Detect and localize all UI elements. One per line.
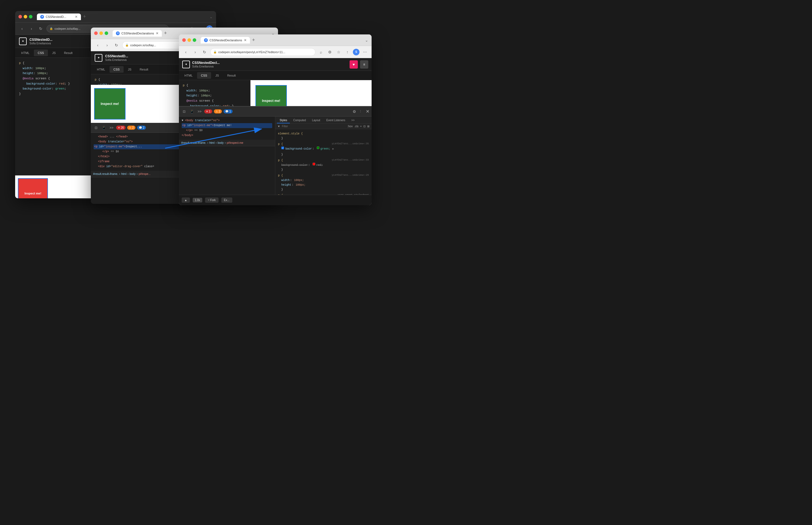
bc-item-2-2[interactable]: html	[121, 172, 126, 176]
more-btn-3[interactable]: ⊞	[367, 125, 370, 128]
forward-button-1[interactable]: ›	[28, 25, 35, 32]
more-panels-icon-2[interactable]: >>	[108, 125, 114, 131]
minimize-button-2[interactable]	[99, 31, 103, 35]
window-menu-3[interactable]: ⌄	[365, 38, 368, 42]
pseudo-class-3[interactable]: :hov	[347, 125, 353, 128]
new-tab-button-2[interactable]: +	[163, 30, 168, 36]
tab-close-2[interactable]: ✕	[156, 31, 158, 35]
inspect-icon-3[interactable]: ⊡	[181, 108, 187, 115]
info-badge-3[interactable]: 💬 1	[223, 109, 233, 114]
tab-3[interactable]: ✦ CSSNestedDeclarations ✕	[201, 37, 250, 44]
devtools-close-3[interactable]: ✕	[366, 109, 370, 114]
export-btn-3[interactable]: Ex...	[221, 197, 232, 203]
win3-css-code: p { width: 100px; height: 100px; @media …	[179, 80, 250, 106]
ht-line-selected[interactable]: <p id="inspect-me">Inspect...	[94, 144, 182, 149]
ht-line-selected[interactable]: <p id="inspect-me">Inspect me!	[182, 123, 272, 128]
tab-css-1[interactable]: CSS	[34, 49, 48, 56]
refresh-button-1[interactable]: ↻	[37, 25, 44, 32]
layout-btn-3[interactable]: ⊡	[363, 125, 365, 128]
info-badge-2[interactable]: 💬 2	[137, 125, 146, 130]
bc-item-1-3[interactable]: #result.result-iframe.	[181, 141, 206, 144]
win3-tab-html[interactable]: HTML	[181, 72, 197, 79]
heart-button-3[interactable]: ♥	[349, 60, 358, 69]
plus-btn-3[interactable]: +	[332, 147, 334, 152]
more-icon-3[interactable]: ⋯	[362, 49, 368, 55]
win3-preview-section: Inspect me!	[250, 80, 372, 106]
bc-item-2-3[interactable]: html	[209, 141, 215, 144]
computed-tab-3[interactable]: Computed	[291, 118, 309, 123]
bc-item-3-3[interactable]: body	[218, 141, 224, 144]
win3-tab-css[interactable]: CSS	[197, 72, 211, 79]
url-bar-3[interactable]: 🔒 codepen.io/sofiayem/pen/yLmYEmZ?editor…	[210, 48, 315, 56]
win3-preview-content: Inspect me!	[250, 80, 372, 106]
new-tab-button-3[interactable]: +	[251, 37, 256, 43]
maximize-button-3[interactable]	[193, 38, 196, 42]
close-button-2[interactable]	[94, 31, 98, 35]
win3-tab-js[interactable]: JS	[212, 72, 223, 79]
tab-1[interactable]: ✦ CSSNestedD... ✕	[37, 14, 81, 20]
tab-js-2[interactable]: JS	[124, 66, 136, 73]
menu-button-3[interactable]: ≡	[360, 60, 368, 69]
devtools-settings-3[interactable]: ⚙	[353, 109, 356, 114]
win3-tab-result[interactable]: Result	[223, 72, 239, 79]
codepen-title-1: CSSNestedD...	[29, 38, 52, 42]
forward-button-2[interactable]: ›	[104, 42, 111, 49]
maximize-button-1[interactable]	[29, 15, 32, 18]
more-panels-icon-3[interactable]: >>	[197, 108, 203, 115]
new-tab-button-1[interactable]: +	[82, 14, 87, 19]
warning-badge-2[interactable]: ⚠ 2	[127, 125, 136, 130]
error-badge-3[interactable]: ✕ 1	[204, 109, 212, 114]
add-style-3[interactable]: +	[360, 125, 362, 128]
minimize-button-3[interactable]	[187, 38, 191, 42]
tab-close-3[interactable]: ✕	[244, 38, 247, 42]
tab-html-2[interactable]: HTML	[93, 66, 109, 73]
device-icon-2[interactable]: 📱	[101, 125, 107, 131]
fork-btn-3[interactable]: ⑂ Fork	[205, 197, 219, 203]
back-button-3[interactable]: ‹	[182, 48, 189, 56]
tab-result-2[interactable]: Result	[136, 66, 152, 73]
bookmark-icon-3[interactable]: ☆	[335, 49, 342, 55]
avatar-3[interactable]: S	[353, 49, 359, 55]
styles-tab-3[interactable]: Styles	[277, 118, 290, 123]
tab-js-1[interactable]: JS	[48, 49, 60, 56]
bc-item-1-2[interactable]: #result.result-iframe.	[93, 172, 118, 176]
event-listeners-tab-3[interactable]: Event Listeners	[324, 118, 348, 123]
codepen-user-2: Sofia Emelianova	[105, 58, 128, 61]
error-badge-2[interactable]: ✕ 26	[116, 125, 126, 130]
refresh-button-2[interactable]: ↻	[113, 42, 120, 49]
back-button-2[interactable]: ‹	[94, 42, 101, 49]
extensions-icon-3[interactable]: ⚙	[326, 49, 333, 55]
devtools-more-3[interactable]: ⋮	[359, 110, 362, 113]
tab-result-1[interactable]: Result	[60, 49, 76, 56]
refresh-button-3[interactable]: ↻	[201, 48, 208, 56]
forward-button-3[interactable]: ›	[191, 48, 199, 56]
class-toggle-3[interactable]: .cls	[354, 125, 358, 128]
search-icon-3[interactable]: ⌕	[318, 49, 324, 55]
layout-tab-3[interactable]: Layout	[309, 118, 323, 123]
window-menu-1[interactable]: ⌄	[209, 15, 213, 19]
back-button-1[interactable]: ‹	[18, 25, 26, 32]
bc-item-4-2[interactable]: p#inspe...	[139, 172, 151, 176]
close-button-3[interactable]	[182, 38, 186, 42]
bc-item-3-2[interactable]: body	[130, 172, 136, 176]
tab-2[interactable]: ✦ CSSNestedDeclarations ✕	[113, 30, 162, 36]
ht-line: </p> == $0	[182, 128, 272, 133]
rule-checkbox[interactable]: ✓	[281, 147, 284, 149]
device-icon-3[interactable]: 📱	[189, 108, 195, 115]
maximize-button-2[interactable]	[105, 31, 108, 35]
tab-close-1[interactable]: ✕	[75, 15, 78, 19]
collapse-btn-3[interactable]: ▲	[182, 197, 190, 203]
win2-preview-box: Inspect me!	[91, 85, 182, 123]
close-button-1[interactable]	[18, 15, 22, 18]
tab-css-2[interactable]: CSS	[110, 66, 124, 73]
inspect-element-icon-2[interactable]: ⊡	[93, 125, 99, 131]
share-icon-3[interactable]: ↑	[344, 49, 351, 55]
info-icon-2: 💬	[139, 126, 142, 129]
bc-item-4-3[interactable]: p#inspect-me	[227, 141, 243, 144]
tab-html-1[interactable]: HTML	[17, 49, 33, 56]
minimize-button-1[interactable]	[24, 15, 27, 18]
error-icon-2: ✕	[118, 126, 120, 129]
more-tabs-3[interactable]: >>	[348, 118, 357, 123]
warning-badge-3[interactable]: ⚠ 2	[214, 109, 222, 114]
filter-input-3[interactable]	[282, 125, 346, 128]
